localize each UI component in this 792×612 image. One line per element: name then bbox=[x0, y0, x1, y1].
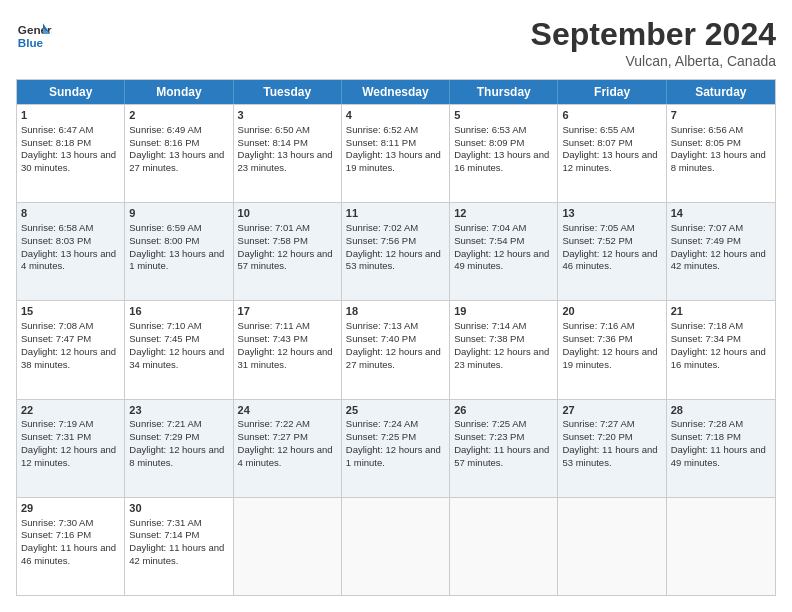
cell-2: 2 Sunrise: 6:49 AM Sunset: 8:16 PM Dayli… bbox=[125, 105, 233, 202]
dow-monday: Monday bbox=[125, 80, 233, 104]
page: General Blue September 2024 Vulcan, Albe… bbox=[0, 0, 792, 612]
sunset-text: Sunset: 7:45 PM bbox=[129, 333, 228, 346]
sunset-text: Sunset: 7:47 PM bbox=[21, 333, 120, 346]
day-number: 10 bbox=[238, 206, 337, 221]
cell-5: 5 Sunrise: 6:53 AM Sunset: 8:09 PM Dayli… bbox=[450, 105, 558, 202]
dow-sunday: Sunday bbox=[17, 80, 125, 104]
daylight-text: Daylight: 12 hours and 16 minutes. bbox=[671, 346, 771, 372]
daylight-text: Daylight: 12 hours and 34 minutes. bbox=[129, 346, 228, 372]
daylight-text: Daylight: 13 hours and 1 minute. bbox=[129, 248, 228, 274]
sunrise-text: Sunrise: 7:05 AM bbox=[562, 222, 661, 235]
cell-7: 7 Sunrise: 6:56 AM Sunset: 8:05 PM Dayli… bbox=[667, 105, 775, 202]
cell-empty-1 bbox=[234, 498, 342, 595]
sunset-text: Sunset: 7:31 PM bbox=[21, 431, 120, 444]
daylight-text: Daylight: 13 hours and 23 minutes. bbox=[238, 149, 337, 175]
day-number: 13 bbox=[562, 206, 661, 221]
sunset-text: Sunset: 8:18 PM bbox=[21, 137, 120, 150]
daylight-text: Daylight: 12 hours and 19 minutes. bbox=[562, 346, 661, 372]
sunset-text: Sunset: 7:25 PM bbox=[346, 431, 445, 444]
sunset-text: Sunset: 8:07 PM bbox=[562, 137, 661, 150]
cell-11: 11 Sunrise: 7:02 AM Sunset: 7:56 PM Dayl… bbox=[342, 203, 450, 300]
sunrise-text: Sunrise: 7:11 AM bbox=[238, 320, 337, 333]
title-area: September 2024 Vulcan, Alberta, Canada bbox=[531, 16, 776, 69]
sunrise-text: Sunrise: 7:18 AM bbox=[671, 320, 771, 333]
cell-18: 18 Sunrise: 7:13 AM Sunset: 7:40 PM Dayl… bbox=[342, 301, 450, 398]
dow-friday: Friday bbox=[558, 80, 666, 104]
daylight-text: Daylight: 13 hours and 16 minutes. bbox=[454, 149, 553, 175]
cell-27: 27 Sunrise: 7:27 AM Sunset: 7:20 PM Dayl… bbox=[558, 400, 666, 497]
sunset-text: Sunset: 8:14 PM bbox=[238, 137, 337, 150]
sunrise-text: Sunrise: 7:21 AM bbox=[129, 418, 228, 431]
day-number: 20 bbox=[562, 304, 661, 319]
cell-17: 17 Sunrise: 7:11 AM Sunset: 7:43 PM Dayl… bbox=[234, 301, 342, 398]
daylight-text: Daylight: 11 hours and 49 minutes. bbox=[671, 444, 771, 470]
daylight-text: Daylight: 13 hours and 8 minutes. bbox=[671, 149, 771, 175]
sunrise-text: Sunrise: 6:47 AM bbox=[21, 124, 120, 137]
cell-28: 28 Sunrise: 7:28 AM Sunset: 7:18 PM Dayl… bbox=[667, 400, 775, 497]
sunrise-text: Sunrise: 7:16 AM bbox=[562, 320, 661, 333]
cell-20: 20 Sunrise: 7:16 AM Sunset: 7:36 PM Dayl… bbox=[558, 301, 666, 398]
sunrise-text: Sunrise: 6:53 AM bbox=[454, 124, 553, 137]
cell-16: 16 Sunrise: 7:10 AM Sunset: 7:45 PM Dayl… bbox=[125, 301, 233, 398]
week-row-5: 29 Sunrise: 7:30 AM Sunset: 7:16 PM Dayl… bbox=[17, 497, 775, 595]
day-number: 6 bbox=[562, 108, 661, 123]
daylight-text: Daylight: 13 hours and 27 minutes. bbox=[129, 149, 228, 175]
cell-8: 8 Sunrise: 6:58 AM Sunset: 8:03 PM Dayli… bbox=[17, 203, 125, 300]
sunrise-text: Sunrise: 6:50 AM bbox=[238, 124, 337, 137]
sunrise-text: Sunrise: 7:10 AM bbox=[129, 320, 228, 333]
cell-21: 21 Sunrise: 7:18 AM Sunset: 7:34 PM Dayl… bbox=[667, 301, 775, 398]
sunrise-text: Sunrise: 7:22 AM bbox=[238, 418, 337, 431]
day-number: 3 bbox=[238, 108, 337, 123]
sunset-text: Sunset: 8:09 PM bbox=[454, 137, 553, 150]
cell-12: 12 Sunrise: 7:04 AM Sunset: 7:54 PM Dayl… bbox=[450, 203, 558, 300]
sunset-text: Sunset: 7:23 PM bbox=[454, 431, 553, 444]
daylight-text: Daylight: 13 hours and 19 minutes. bbox=[346, 149, 445, 175]
cell-empty-5 bbox=[667, 498, 775, 595]
sunrise-text: Sunrise: 7:31 AM bbox=[129, 517, 228, 530]
cell-15: 15 Sunrise: 7:08 AM Sunset: 7:47 PM Dayl… bbox=[17, 301, 125, 398]
cell-4: 4 Sunrise: 6:52 AM Sunset: 8:11 PM Dayli… bbox=[342, 105, 450, 202]
sunset-text: Sunset: 7:34 PM bbox=[671, 333, 771, 346]
sunset-text: Sunset: 7:20 PM bbox=[562, 431, 661, 444]
daylight-text: Daylight: 11 hours and 57 minutes. bbox=[454, 444, 553, 470]
sunrise-text: Sunrise: 7:28 AM bbox=[671, 418, 771, 431]
sunrise-text: Sunrise: 6:52 AM bbox=[346, 124, 445, 137]
sunrise-text: Sunrise: 6:59 AM bbox=[129, 222, 228, 235]
sunrise-text: Sunrise: 7:24 AM bbox=[346, 418, 445, 431]
day-number: 25 bbox=[346, 403, 445, 418]
logo: General Blue bbox=[16, 16, 52, 52]
dow-tuesday: Tuesday bbox=[234, 80, 342, 104]
dow-thursday: Thursday bbox=[450, 80, 558, 104]
daylight-text: Daylight: 12 hours and 27 minutes. bbox=[346, 346, 445, 372]
day-number: 5 bbox=[454, 108, 553, 123]
calendar-header: Sunday Monday Tuesday Wednesday Thursday… bbox=[17, 80, 775, 104]
daylight-text: Daylight: 12 hours and 49 minutes. bbox=[454, 248, 553, 274]
day-number: 12 bbox=[454, 206, 553, 221]
daylight-text: Daylight: 12 hours and 42 minutes. bbox=[671, 248, 771, 274]
sunset-text: Sunset: 7:52 PM bbox=[562, 235, 661, 248]
logo-icon: General Blue bbox=[16, 16, 52, 52]
cell-13: 13 Sunrise: 7:05 AM Sunset: 7:52 PM Dayl… bbox=[558, 203, 666, 300]
cell-9: 9 Sunrise: 6:59 AM Sunset: 8:00 PM Dayli… bbox=[125, 203, 233, 300]
daylight-text: Daylight: 12 hours and 53 minutes. bbox=[346, 248, 445, 274]
daylight-text: Daylight: 12 hours and 1 minute. bbox=[346, 444, 445, 470]
sunset-text: Sunset: 7:43 PM bbox=[238, 333, 337, 346]
day-number: 22 bbox=[21, 403, 120, 418]
sunset-text: Sunset: 7:14 PM bbox=[129, 529, 228, 542]
sunset-text: Sunset: 8:00 PM bbox=[129, 235, 228, 248]
sunset-text: Sunset: 7:29 PM bbox=[129, 431, 228, 444]
cell-26: 26 Sunrise: 7:25 AM Sunset: 7:23 PM Dayl… bbox=[450, 400, 558, 497]
day-number: 16 bbox=[129, 304, 228, 319]
sunset-text: Sunset: 7:36 PM bbox=[562, 333, 661, 346]
daylight-text: Daylight: 12 hours and 4 minutes. bbox=[238, 444, 337, 470]
cell-empty-3 bbox=[450, 498, 558, 595]
cell-6: 6 Sunrise: 6:55 AM Sunset: 8:07 PM Dayli… bbox=[558, 105, 666, 202]
cell-3: 3 Sunrise: 6:50 AM Sunset: 8:14 PM Dayli… bbox=[234, 105, 342, 202]
sunset-text: Sunset: 7:40 PM bbox=[346, 333, 445, 346]
dow-wednesday: Wednesday bbox=[342, 80, 450, 104]
sunrise-text: Sunrise: 7:04 AM bbox=[454, 222, 553, 235]
cell-25: 25 Sunrise: 7:24 AM Sunset: 7:25 PM Dayl… bbox=[342, 400, 450, 497]
header: General Blue September 2024 Vulcan, Albe… bbox=[16, 16, 776, 69]
cell-1: 1 Sunrise: 6:47 AM Sunset: 8:18 PM Dayli… bbox=[17, 105, 125, 202]
sunrise-text: Sunrise: 6:55 AM bbox=[562, 124, 661, 137]
